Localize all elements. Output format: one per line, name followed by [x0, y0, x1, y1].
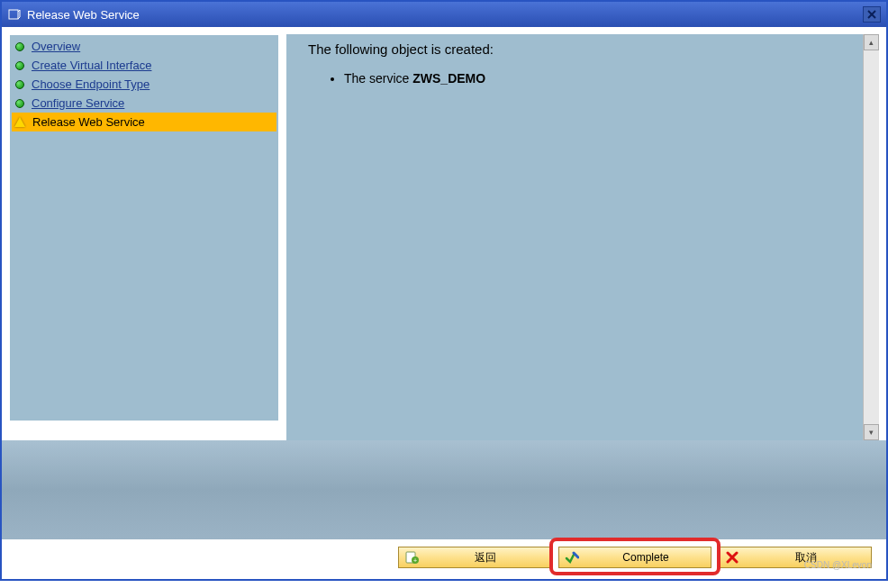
status-done-icon	[15, 80, 24, 89]
chevron-down-icon: ▾	[869, 428, 874, 437]
vertical-scrollbar[interactable]: ▴ ▾	[863, 34, 879, 440]
status-current-icon	[14, 117, 25, 127]
scroll-track[interactable]	[864, 50, 879, 424]
created-objects-list: The service ZWS_DEMO	[344, 71, 857, 86]
wizard-steps-sidebar: Overview Create Virtual Interface Choose…	[9, 34, 279, 421]
button-bar: + 返回 Complete	[9, 539, 879, 572]
button-label: 返回	[426, 550, 545, 565]
sidebar-item-label[interactable]: Configure Service	[32, 96, 124, 110]
sidebar-item-overview[interactable]: Overview	[12, 37, 276, 56]
sidebar-item-choose-endpoint-type[interactable]: Choose Endpoint Type	[12, 75, 276, 94]
close-button[interactable]	[863, 6, 881, 23]
window-title: Release Web Service	[27, 8, 863, 22]
sidebar-item-label: Release Web Service	[32, 115, 145, 129]
back-button[interactable]: + 返回	[398, 547, 551, 568]
sidebar-item-label[interactable]: Create Virtual Interface	[32, 59, 151, 72]
cancel-button[interactable]: 取消	[719, 547, 872, 568]
detail-panel: The following object is created: The ser…	[286, 34, 879, 440]
service-name: ZWS_DEMO	[412, 71, 485, 86]
status-done-icon	[15, 61, 24, 70]
titlebar: Release Web Service	[2, 2, 886, 27]
status-done-icon	[15, 42, 24, 51]
svg-rect-0	[9, 10, 18, 19]
button-label: Complete	[586, 551, 705, 564]
dialog-window: Release Web Service Overview Create Virt…	[0, 0, 888, 581]
cancel-icon	[725, 550, 739, 565]
back-icon: +	[404, 550, 419, 565]
sidebar-item-release-web-service[interactable]: Release Web Service	[12, 113, 276, 131]
close-icon	[867, 10, 876, 19]
window-icon	[7, 7, 22, 22]
lower-background	[2, 440, 886, 539]
scroll-down-button[interactable]: ▾	[864, 424, 879, 440]
service-prefix: The service	[344, 71, 412, 86]
chevron-up-icon: ▴	[869, 38, 874, 47]
sidebar-item-label[interactable]: Overview	[32, 40, 80, 53]
complete-button[interactable]: Complete	[558, 547, 711, 568]
content-wrapper: Overview Create Virtual Interface Choose…	[2, 27, 886, 579]
scroll-up-button[interactable]: ▴	[864, 34, 879, 50]
complete-icon	[565, 550, 579, 565]
svg-text:+: +	[413, 557, 417, 564]
sidebar-item-label[interactable]: Choose Endpoint Type	[32, 77, 150, 91]
button-label: 取消	[747, 550, 865, 565]
sidebar-item-create-virtual-interface[interactable]: Create Virtual Interface	[12, 56, 276, 75]
sidebar-item-configure-service[interactable]: Configure Service	[12, 94, 276, 113]
status-done-icon	[15, 99, 24, 108]
detail-heading: The following object is created:	[308, 41, 857, 57]
list-item: The service ZWS_DEMO	[344, 71, 857, 86]
main-row: Overview Create Virtual Interface Choose…	[9, 34, 879, 440]
